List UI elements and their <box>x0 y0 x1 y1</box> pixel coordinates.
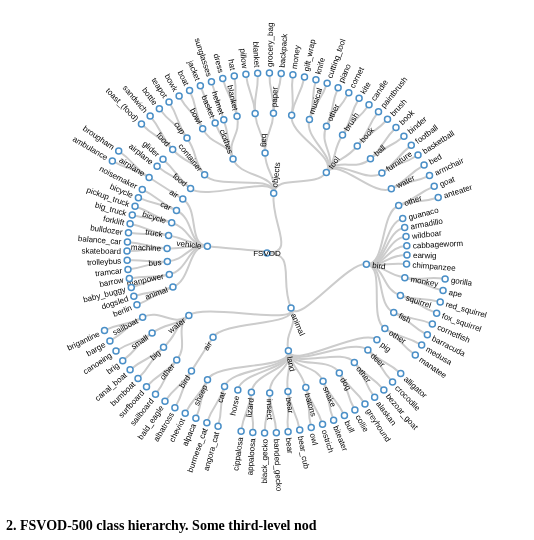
node-circle <box>153 391 159 397</box>
node-circle <box>164 245 170 251</box>
node-label: land <box>285 356 297 373</box>
node-circle <box>160 156 166 162</box>
node-circle <box>154 163 160 169</box>
tree-node: truck <box>145 227 172 239</box>
tree-node: bird <box>178 368 195 390</box>
node-label: truck <box>145 227 165 239</box>
node-circle <box>381 387 387 393</box>
node-circle <box>193 415 199 421</box>
node-circle <box>404 252 410 258</box>
node-circle <box>270 110 276 116</box>
node-circle <box>202 172 208 178</box>
node-circle <box>234 113 240 119</box>
node-label: insect <box>265 399 274 421</box>
node-circle <box>390 379 396 385</box>
tree-node: insect <box>265 390 274 421</box>
tree-node: cat <box>216 383 228 403</box>
node-circle <box>356 95 362 101</box>
tree-node: book <box>354 125 377 149</box>
node-circle <box>109 158 115 164</box>
node-circle <box>188 186 194 192</box>
node-circle <box>208 79 214 85</box>
tree-node: FSVOD <box>253 249 281 258</box>
node-circle <box>173 208 179 214</box>
tree-link <box>291 115 328 172</box>
node-label: bed <box>427 152 443 166</box>
node-label: other <box>387 328 407 346</box>
node-circle <box>262 430 268 436</box>
node-label: knife <box>314 56 327 75</box>
node-circle <box>365 347 371 353</box>
tree-node: ball <box>367 143 387 162</box>
tree-link <box>267 193 281 253</box>
node-label: water <box>394 173 417 191</box>
node-circle <box>174 357 180 363</box>
tree-node: goat <box>431 174 457 189</box>
tree-node: bag <box>260 134 269 156</box>
node-label: car <box>159 200 173 213</box>
node-label: money <box>290 45 302 70</box>
node-circle <box>166 271 172 277</box>
node-circle <box>132 203 138 209</box>
tree-node: cippalosa <box>231 428 245 471</box>
tree-node: other <box>396 193 424 208</box>
node-circle <box>182 410 188 416</box>
node-circle <box>230 156 236 162</box>
node-circle <box>289 112 295 118</box>
node-circle <box>127 221 133 227</box>
node-circle <box>131 293 137 299</box>
node-circle <box>156 106 162 112</box>
tree-node: other <box>158 357 180 382</box>
tree-node: earwig <box>404 251 437 260</box>
node-circle <box>431 183 437 189</box>
node-label: bird <box>178 374 193 390</box>
node-circle <box>205 377 211 383</box>
node-label: skateboard <box>81 246 121 256</box>
tree-node: bowl <box>188 107 206 132</box>
node-circle <box>398 370 404 376</box>
tree-node: blanket <box>251 41 261 76</box>
radial-tree-diagram: FSVODanimalbirdothergoatanteaterguanacoa… <box>0 0 534 518</box>
node-circle <box>125 230 131 236</box>
node-circle <box>346 90 352 96</box>
tree-node: dog <box>336 370 352 392</box>
node-label: bear <box>284 397 295 415</box>
node-circle <box>440 287 446 293</box>
node-label: bicycle <box>141 210 168 226</box>
node-label: gorilla <box>450 276 473 288</box>
node-circle <box>396 202 402 208</box>
node-circle <box>397 292 403 298</box>
node-circle <box>255 70 261 76</box>
node-circle <box>412 352 418 358</box>
node-circle <box>424 332 430 338</box>
node-circle <box>128 284 134 290</box>
node-circle <box>403 234 409 240</box>
node-circle <box>391 309 397 315</box>
node-circle <box>308 424 314 430</box>
node-circle <box>184 135 190 141</box>
node-circle <box>146 174 152 180</box>
node-circle <box>204 243 210 249</box>
node-circle <box>262 150 268 156</box>
node-circle <box>267 390 273 396</box>
tree-node: squirrel <box>397 292 432 310</box>
node-label: cat <box>216 390 228 404</box>
node-circle <box>434 310 440 316</box>
tree-link <box>191 186 274 193</box>
node-circle <box>324 80 330 86</box>
tree-node: musical <box>306 87 324 123</box>
node-circle <box>180 196 186 202</box>
node-circle <box>323 170 329 176</box>
tree-node: objects <box>270 162 282 197</box>
node-circle <box>393 124 399 130</box>
node-label: cabbageworm <box>413 239 464 251</box>
node-label: appaloosa <box>245 438 257 476</box>
tree-node: land <box>285 348 297 373</box>
node-label: horse <box>229 394 242 416</box>
node-label: sailboat <box>111 316 140 337</box>
node-circle <box>340 132 346 138</box>
node-label: batons <box>303 392 318 418</box>
node-circle <box>222 383 228 389</box>
node-circle <box>341 412 347 418</box>
node-circle <box>135 195 141 201</box>
